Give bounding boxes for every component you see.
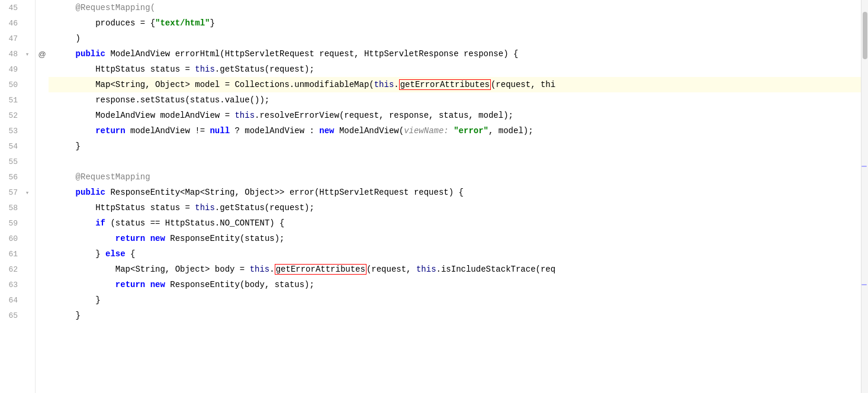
code-line-61: } else { — [49, 246, 861, 262]
code-line-62: Map<String, Object> body = this.getError… — [49, 262, 861, 277]
code-text-55 — [56, 157, 60, 166]
line-num-60: 60 — [0, 234, 22, 243]
code-text-57: public ResponseEntity<Map<String, Object… — [56, 188, 464, 197]
code-line-53: return modelAndView != null ? modelAndVi… — [49, 123, 861, 138]
code-editor: 45 46 47 48▾ 49 50 51 52 53 54 55 56 57▾… — [0, 0, 868, 393]
string-text-html: "text/html" — [155, 18, 210, 28]
kw-new-53: new — [319, 126, 334, 136]
code-line-56: @RequestMapping — [49, 169, 861, 185]
ann-62 — [36, 262, 49, 277]
code-text-65: } — [56, 311, 81, 320]
method-box-62: getErrorAttributes — [275, 264, 367, 275]
code-text-49: HttpStatus status = this.getStatus(reque… — [56, 65, 314, 74]
ann-49 — [36, 62, 49, 77]
ann-text-56: @RequestMapping — [76, 172, 150, 182]
this-kw-49: this — [195, 65, 215, 74]
line-num-57: 57 — [0, 188, 22, 197]
line-num-58: 58 — [0, 204, 22, 212]
kw-new-63: new — [150, 280, 165, 289]
code-line-58: HttpStatus status = this.getStatus(reque… — [49, 200, 861, 215]
code-content: @RequestMapping( produces = {"text/html"… — [49, 0, 861, 393]
kw-public-48: public — [76, 49, 105, 59]
code-text-56: @RequestMapping — [56, 172, 150, 182]
ann-55 — [36, 154, 49, 169]
this-kw-50: this — [374, 80, 394, 89]
code-text-45: @RequestMapping( — [56, 3, 155, 12]
code-line-52: ModelAndView modelAndView = this.resolve… — [49, 108, 861, 123]
ann-45 — [36, 0, 49, 15]
ann-63 — [36, 277, 49, 292]
method-box-50: getErrorAttributes — [399, 79, 491, 90]
code-text-48: public ModelAndView errorHtml(HttpServle… — [56, 49, 518, 59]
ann-46 — [36, 15, 49, 31]
line-num-65: 65 — [0, 311, 22, 320]
code-line-64: } — [49, 292, 861, 308]
line-num-54: 54 — [0, 142, 22, 151]
this-kw-62: this — [250, 265, 270, 274]
kw-new-60: new — [150, 234, 165, 243]
code-text-60: return new ResponseEntity(status); — [56, 234, 285, 243]
ann-57 — [36, 185, 49, 200]
ann-53 — [36, 123, 49, 138]
str-error: "error" — [454, 126, 488, 136]
code-line-63: return new ResponseEntity(body, status); — [49, 277, 861, 292]
ann-47 — [36, 31, 49, 46]
code-line-50: Map<String, Object> model = Collections.… — [49, 77, 861, 92]
ann-54 — [36, 138, 49, 154]
kw-return-53: return — [95, 126, 125, 136]
line-num-48: 48 — [0, 50, 22, 59]
code-line-60: return new ResponseEntity(status); — [49, 231, 861, 246]
code-text-53: return modelAndView != null ? modelAndVi… — [56, 126, 533, 136]
code-text-46: produces = {"text/html"} — [56, 18, 215, 28]
code-text-50: Map<String, Object> model = Collections.… — [56, 80, 555, 89]
this-kw-58: this — [195, 203, 215, 212]
line-num-46: 46 — [0, 19, 22, 28]
ann-61 — [36, 246, 49, 262]
code-line-46: produces = {"text/html"} — [49, 15, 861, 31]
code-text-47: ) — [56, 34, 81, 43]
line-num-63: 63 — [0, 281, 22, 289]
ann-52 — [36, 108, 49, 123]
code-span: @RequestMapping( — [56, 3, 155, 12]
scrollbar-thumb[interactable] — [863, 12, 867, 59]
vertical-scrollbar[interactable] — [861, 0, 868, 393]
line-num-47: 47 — [0, 34, 22, 43]
code-text-59: if (status == HttpStatus.NO_CONTENT) { — [56, 218, 284, 228]
minimap-hint-50 — [861, 166, 867, 167]
ann-60 — [36, 231, 49, 246]
this-kw-52: this — [234, 111, 255, 120]
code-text-54: } — [56, 141, 81, 151]
annotation-bar: @ — [36, 0, 49, 393]
fold-48[interactable]: ▾ — [22, 50, 32, 58]
code-text-52: ModelAndView modelAndView = this.resolve… — [56, 111, 513, 120]
code-text-64: } — [56, 295, 101, 305]
code-line-47: ) — [49, 31, 861, 46]
ann-48[interactable]: @ — [36, 46, 49, 62]
kw-public-57: public — [76, 188, 105, 197]
line-num-62: 62 — [0, 265, 22, 274]
code-text-58: HttpStatus status = this.getStatus(reque… — [56, 203, 314, 212]
kw-return-63: return — [115, 280, 145, 289]
line-gutter: 45 46 47 48▾ 49 50 51 52 53 54 55 56 57▾… — [0, 0, 36, 393]
code-line-55 — [49, 154, 861, 169]
fold-57[interactable]: ▾ — [22, 189, 32, 196]
ann-58 — [36, 200, 49, 215]
line-num-59: 59 — [0, 219, 22, 228]
line-num-51: 51 — [0, 96, 22, 105]
code-line-51: response.setStatus(status.value()); — [49, 92, 861, 108]
line-num-64: 64 — [0, 296, 22, 305]
line-num-49: 49 — [0, 65, 22, 74]
line-num-45: 45 — [0, 4, 22, 12]
code-text-61: } else { — [56, 249, 135, 259]
ann-65 — [36, 308, 49, 323]
code-text-62: Map<String, Object> body = this.getError… — [56, 265, 555, 274]
code-line-59: if (status == HttpStatus.NO_CONTENT) { — [49, 215, 861, 231]
ann-56 — [36, 169, 49, 185]
code-line-57: public ResponseEntity<Map<String, Object… — [49, 185, 861, 200]
code-line-45: @RequestMapping( — [49, 0, 861, 15]
kw-null-53: null — [210, 126, 230, 136]
code-line-49: HttpStatus status = this.getStatus(reque… — [49, 62, 861, 77]
code-text-63: return new ResponseEntity(body, status); — [56, 280, 314, 289]
exec-marker-48: @ — [38, 50, 46, 59]
kw-if-59: if — [95, 218, 105, 228]
